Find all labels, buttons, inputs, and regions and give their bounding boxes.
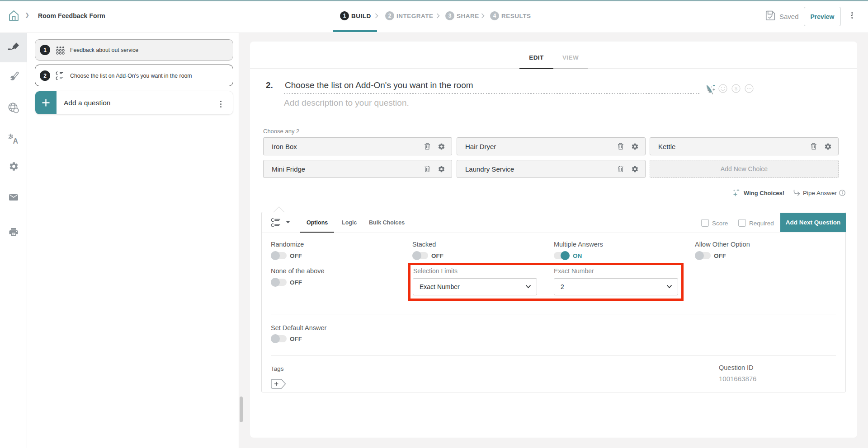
svg-text:A: A	[13, 137, 18, 145]
svg-text:$: $	[735, 86, 737, 91]
